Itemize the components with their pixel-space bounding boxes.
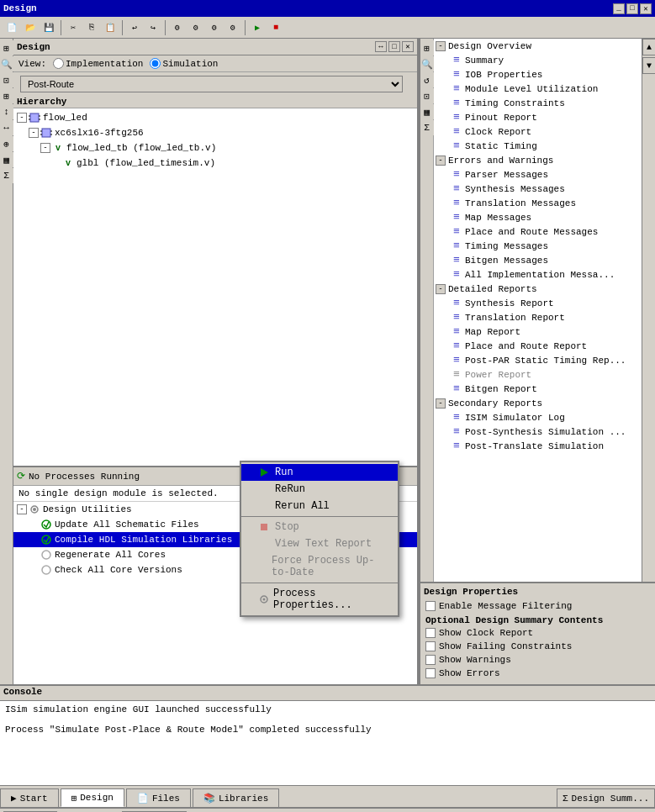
rtree-bitgen-msg[interactable]: ≡ Bitgen Messages xyxy=(434,253,642,267)
tab-design[interactable]: ⊞ Design xyxy=(61,788,124,807)
panel-tb1[interactable]: ↔ xyxy=(375,41,387,52)
rtree-post-trans-sim[interactable]: ≡ Post-Translate Simulation xyxy=(434,439,642,453)
tree-item-flow-led-tb[interactable]: - v flow_led_tb (flow_led_tb.v) xyxy=(13,140,417,156)
tab-start[interactable]: ▶ Start xyxy=(0,788,59,807)
rtree-power-report[interactable]: ≡ Power Report xyxy=(434,367,642,382)
prop-show-warnings[interactable]: Show Warnings xyxy=(424,654,652,666)
run-btn[interactable]: ▶ xyxy=(249,19,266,36)
rtree-par-msg[interactable]: ≡ Place and Route Messages xyxy=(434,224,642,239)
tb1[interactable]: ⚙ xyxy=(169,19,186,36)
rtree-trans-msg[interactable]: ≡ Translation Messages xyxy=(434,196,642,210)
section-secondary-reports[interactable]: - Secondary Reports xyxy=(434,396,642,410)
tb2[interactable]: ⚙ xyxy=(188,19,204,36)
tab-files[interactable]: 📄 Files xyxy=(126,788,191,807)
cut-btn[interactable]: ✂ xyxy=(65,19,82,36)
undo-btn[interactable]: ↩ xyxy=(126,19,143,36)
expand-design-utils[interactable]: - xyxy=(17,504,27,514)
stop-btn[interactable]: ■ xyxy=(267,19,284,36)
prop-enable-msg-filter[interactable]: Enable Message Filtering xyxy=(424,600,652,612)
rtree-map-msg[interactable]: ≡ Map Messages xyxy=(434,210,642,224)
rtree-timing-msg[interactable]: ≡ Timing Messages xyxy=(434,239,642,253)
section-detailed-reports[interactable]: - Detailed Reports xyxy=(434,282,642,296)
paste-btn[interactable]: 📋 xyxy=(102,19,119,36)
right-scrollbar[interactable]: ▲ ▼ xyxy=(642,39,655,582)
rtree-static-timing[interactable]: ≡ Static Timing xyxy=(434,139,642,153)
scrollbar-down[interactable]: ▼ xyxy=(642,57,655,74)
tb3[interactable]: ⚙ xyxy=(206,19,223,36)
section-design-overview[interactable]: - Design Overview xyxy=(434,39,642,53)
cb-show-failing-constraints[interactable] xyxy=(425,641,436,651)
tab-design-summ[interactable]: Σ Design Summ... xyxy=(557,788,655,807)
prop-show-failing-constraints[interactable]: Show Failing Constraints xyxy=(424,641,652,652)
rtree-post-synth-sim[interactable]: ≡ Post-Synthesis Simulation ... xyxy=(434,424,642,439)
cb-show-clock-report[interactable] xyxy=(425,628,436,638)
section-errors-warnings[interactable]: - Errors and Warnings xyxy=(434,153,642,167)
cb-show-warnings[interactable] xyxy=(425,655,436,665)
strip-icon-3[interactable]: ⊡ xyxy=(0,72,14,87)
prop-show-errors[interactable]: Show Errors xyxy=(424,667,652,679)
rtree-synth-report[interactable]: ≡ Synthesis Report xyxy=(434,296,642,310)
rtree-module-util[interactable]: ≡ Module Level Utilization xyxy=(434,82,642,96)
cb-enable-msg-filter[interactable] xyxy=(425,601,436,611)
prop-show-clock-report[interactable]: Show Clock Report xyxy=(424,627,652,639)
cb-show-errors[interactable] xyxy=(425,668,436,678)
expand-flow-led[interactable]: - xyxy=(17,113,27,123)
redo-btn[interactable]: ↪ xyxy=(145,19,161,36)
impl-radio[interactable] xyxy=(53,58,64,69)
rtree-synth-msg[interactable]: ≡ Synthesis Messages xyxy=(434,182,642,196)
right-strip-4[interactable]: ⊡ xyxy=(420,88,435,103)
strip-icon-9[interactable]: Σ xyxy=(0,168,14,183)
rtree-iob[interactable]: ≡ IOB Properties xyxy=(434,67,642,82)
expand-detailed-reports[interactable]: - xyxy=(436,284,446,294)
strip-icon-2[interactable]: 🔍 xyxy=(0,56,14,71)
strip-icon-7[interactable]: ⊕ xyxy=(0,136,14,151)
maximize-btn[interactable]: □ xyxy=(626,3,638,14)
ctx-run[interactable]: Run xyxy=(241,464,398,481)
rtree-all-impl-msg[interactable]: ≡ All Implementation Messa... xyxy=(434,267,642,282)
strip-icon-5[interactable]: ↕ xyxy=(0,104,14,119)
expand-flow-led-tb[interactable]: - xyxy=(40,143,50,153)
rtree-trans-report[interactable]: ≡ Translation Report xyxy=(434,310,642,324)
right-strip-2[interactable]: 🔍 xyxy=(420,56,435,71)
strip-icon-6[interactable]: ↔ xyxy=(0,120,14,135)
tree-item-xc6slx16[interactable]: - xc6slx16-3ftg256 xyxy=(13,125,417,140)
rtree-isim-log[interactable]: ≡ ISIM Simulator Log xyxy=(434,410,642,424)
ctx-rerun-all[interactable]: Rerun All xyxy=(241,498,398,514)
rtree-parser-msg[interactable]: ≡ Parser Messages xyxy=(434,167,642,182)
tab-libraries[interactable]: 📚 Libraries xyxy=(193,788,279,807)
expand-xc6slx16[interactable]: - xyxy=(29,128,39,138)
postroute-select[interactable]: Post-Route xyxy=(20,76,403,92)
expand-secondary-reports[interactable]: - xyxy=(436,398,446,409)
strip-icon-4[interactable]: ⊞ xyxy=(0,88,14,103)
tree-item-glbl[interactable]: v glbl (flow_led_timesim.v) xyxy=(13,156,417,171)
right-strip-3[interactable]: ↺ xyxy=(420,72,435,87)
ctx-process-props[interactable]: Process Properties... xyxy=(241,585,398,614)
open-btn[interactable]: 📂 xyxy=(22,19,39,36)
rtree-clock[interactable]: ≡ Clock Report xyxy=(434,124,642,139)
expand-errors-warnings[interactable]: - xyxy=(436,156,446,166)
right-strip-1[interactable]: ⊞ xyxy=(420,40,435,55)
close-btn[interactable]: ✕ xyxy=(640,3,652,14)
ctx-rerun[interactable]: ReRun xyxy=(241,481,398,498)
rtree-map-report[interactable]: ≡ Map Report xyxy=(434,324,642,339)
rtree-summary[interactable]: ≡ Summary xyxy=(434,53,642,67)
scrollbar-up[interactable]: ▲ xyxy=(642,39,655,55)
copy-btn[interactable]: ⎘ xyxy=(83,19,100,36)
panel-tb2[interactable]: □ xyxy=(388,41,400,52)
strip-icon-8[interactable]: ▦ xyxy=(0,152,14,167)
save-btn[interactable]: 💾 xyxy=(40,19,57,36)
panel-close[interactable]: ✕ xyxy=(402,41,414,52)
tb4[interactable]: ⚙ xyxy=(224,19,241,36)
new-btn[interactable]: 📄 xyxy=(3,19,20,36)
rtree-par-report[interactable]: ≡ Place and Route Report xyxy=(434,339,642,353)
rtree-pinout[interactable]: ≡ Pinout Report xyxy=(434,110,642,124)
rtree-timing-constraints[interactable]: ≡ Timing Constraints xyxy=(434,96,642,110)
rtree-bitgen-report[interactable]: ≡ Bitgen Report xyxy=(434,382,642,396)
right-strip-5[interactable]: ▦ xyxy=(420,104,435,119)
right-strip-6[interactable]: Σ xyxy=(420,120,435,135)
rtree-post-par[interactable]: ≡ Post-PAR Static Timing Rep... xyxy=(434,353,642,367)
expand-design-overview[interactable]: - xyxy=(436,41,446,51)
tree-item-flow-led[interactable]: - flow_led xyxy=(13,110,417,125)
minimize-btn[interactable]: _ xyxy=(613,3,625,14)
sim-radio[interactable] xyxy=(150,58,161,69)
